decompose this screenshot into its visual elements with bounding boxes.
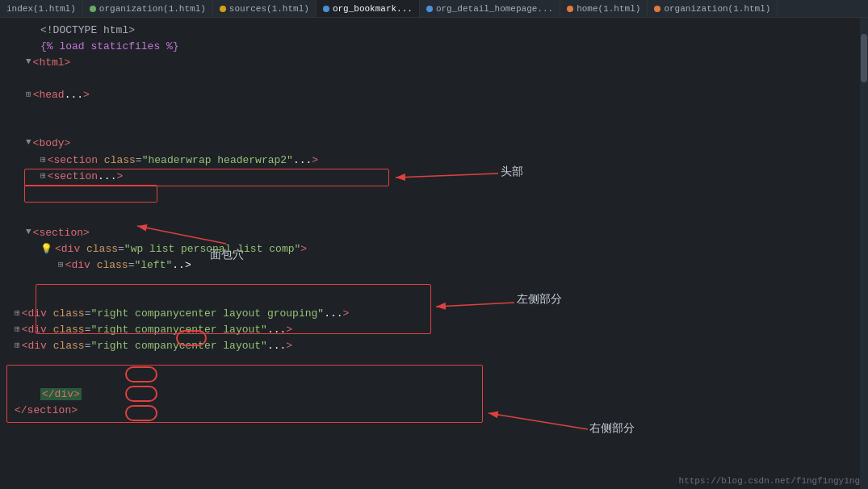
line-content: <section class="headerwrap headerwrap2".…	[48, 154, 868, 166]
code-line-empty5	[0, 203, 868, 225]
tab-label: organization(1.html)	[664, 4, 770, 14]
tab-dot-icon	[220, 6, 226, 12]
code-line-section-breadcrumb: ⊞ <section...>	[0, 170, 868, 186]
tab-dot-icon	[567, 6, 573, 12]
tab-index[interactable]: index(1.html)	[0, 0, 83, 17]
line-content: <!DOCTYPE html>	[40, 24, 868, 36]
line-content: <div class="wp list personal_list comp">	[55, 243, 868, 255]
code-line-div-right2: ⊞ <div class="right companycenter layout…	[0, 324, 868, 340]
left-annotation: 左侧部分	[517, 292, 562, 307]
tab-org-bookmark[interactable]: org_bookmark...	[317, 0, 420, 17]
tab-label: home(1.html)	[577, 4, 640, 14]
scrollbar-thumb[interactable]	[861, 34, 867, 82]
tab-home[interactable]: home(1.html)	[560, 0, 648, 17]
tab-dot-icon	[90, 6, 96, 12]
line-content: </div>	[40, 388, 868, 400]
code-line-body: ▼ <body>	[0, 137, 868, 153]
bulb-icon: 💡	[40, 243, 52, 255]
line-content: </section>	[15, 404, 868, 416]
code-area: <!DOCTYPE html> {% load staticfiles %} ▼…	[0, 18, 868, 425]
line-content: <html>	[33, 56, 868, 69]
line-content: <div class="right companycenter layout".…	[22, 340, 868, 352]
tab-label: sources(1.html)	[229, 4, 309, 14]
code-line-section-header: ⊞ <section class="headerwrap headerwrap2…	[0, 154, 868, 170]
code-line-empty6	[0, 275, 868, 291]
code-line-div-right3: ⊞ <div class="right companycenter layout…	[0, 340, 868, 356]
line-content: <section>	[33, 227, 868, 239]
code-line-empty2	[0, 105, 868, 121]
line-content: <section...>	[48, 170, 868, 182]
tab-dot-icon	[323, 6, 329, 12]
tab-dot-icon	[654, 6, 660, 12]
collapse-icon-section[interactable]: ⊞	[40, 154, 46, 165]
tab-dot-icon	[426, 6, 433, 12]
collapse-icon-right1[interactable]: ⊞	[15, 307, 20, 318]
tab-bar: index(1.html) organization(1.html) sourc…	[0, 0, 868, 18]
code-line-empty3	[0, 121, 868, 137]
collapse-icon-section2[interactable]: ⊞	[40, 170, 46, 181]
tab-organization[interactable]: organization(1.html)	[83, 0, 213, 17]
code-line-div-right1: ⊞ <div class="right companycenter layout…	[0, 307, 868, 324]
collapse-icon-right2[interactable]: ⊞	[15, 324, 20, 334]
code-line-2: {% load staticfiles %}	[0, 40, 868, 56]
code-line-div-list: 💡 <div class="wp list personal_list comp…	[0, 243, 868, 259]
tab-label: org_detail_homepage...	[436, 4, 553, 14]
line-content: <body>	[33, 137, 868, 149]
collapse-icon-section3[interactable]: ▼	[26, 227, 31, 236]
scrollbar-vertical[interactable]	[860, 18, 868, 489]
code-line-close-section: </section>	[0, 404, 868, 420]
tab-label: index(1.html)	[6, 4, 76, 14]
header-annotation: 头部	[501, 165, 523, 179]
code-line-close-div: </div>	[0, 388, 868, 404]
code-line-div-left: ⊞ <div class="left"..>	[0, 259, 868, 275]
tab-organization2[interactable]: organization(1.html)	[648, 0, 778, 17]
collapse-icon-head[interactable]: ⊞	[26, 89, 31, 99]
code-line-empty9	[0, 372, 868, 388]
code-line-section2: ▼ <section>	[0, 227, 868, 243]
code-line-head: ⊞ <head...>	[0, 89, 868, 105]
code-line-1: <!DOCTYPE html>	[0, 24, 868, 40]
code-line-empty8	[0, 356, 868, 372]
collapse-icon-right3[interactable]: ⊞	[15, 340, 20, 350]
tab-sources[interactable]: sources(1.html)	[213, 0, 317, 17]
line-content: <div class="left"..>	[65, 259, 868, 271]
code-line-3: ▼ <html>	[0, 56, 868, 73]
code-line-empty1	[0, 73, 868, 89]
code-line-empty4	[0, 186, 868, 203]
collapse-icon[interactable]: ▼	[26, 56, 31, 66]
tab-org-detail[interactable]: org_detail_homepage...	[420, 0, 560, 17]
collapse-icon-body[interactable]: ▼	[26, 137, 31, 147]
tab-label: organization(1.html)	[99, 4, 206, 14]
collapse-icon-left[interactable]: ⊞	[58, 259, 64, 270]
right-annotation: 右侧部分	[589, 421, 635, 436]
line-content: <head...>	[33, 89, 868, 101]
tab-label: org_bookmark...	[333, 4, 413, 14]
code-line-empty7	[0, 291, 868, 307]
bottom-url: https://blog.csdn.net/f1ngf1ngy1ng	[679, 476, 860, 486]
line-content: <div class="right companycenter layout g…	[22, 307, 868, 320]
line-content: {% load staticfiles %}	[40, 40, 868, 52]
line-content: <div class="right companycenter layout".…	[22, 324, 868, 336]
